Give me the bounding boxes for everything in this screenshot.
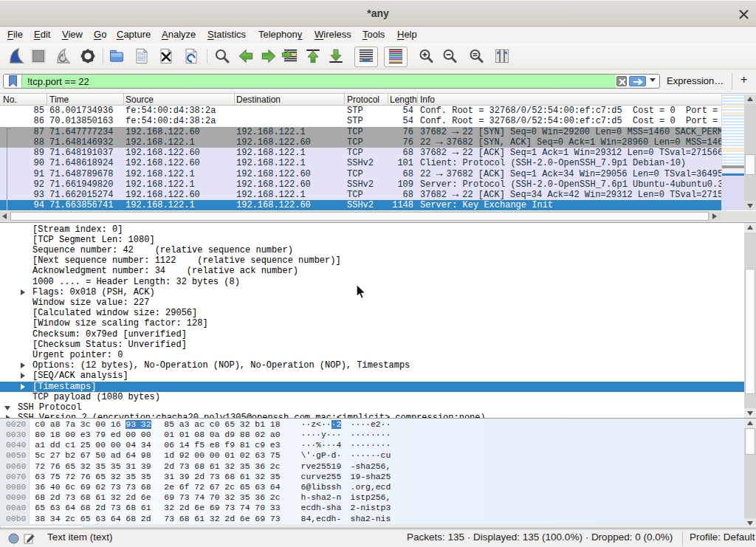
svg-text:0011: 0011: [138, 58, 146, 62]
